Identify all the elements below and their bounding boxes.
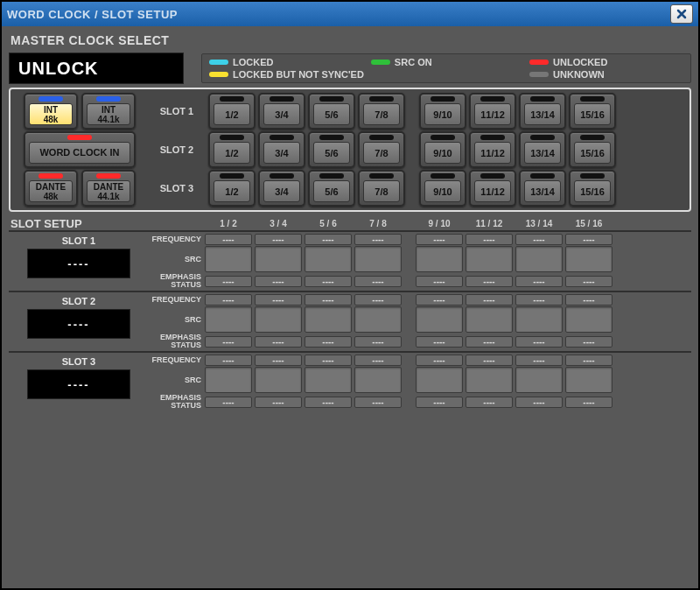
src-button[interactable] xyxy=(255,367,302,393)
swatch-unknown xyxy=(529,72,549,77)
value-cell: ---- xyxy=(205,294,252,306)
int-441k-button[interactable]: INT 44.1k xyxy=(81,93,136,130)
word-clock-window: WORD CLOCK / SLOT SETUP MASTER CLOCK SEL… xyxy=(0,0,700,590)
channel-button[interactable]: 5/6 xyxy=(308,131,355,168)
indicator-icon xyxy=(319,96,344,102)
close-button[interactable] xyxy=(670,4,693,24)
src-button[interactable] xyxy=(416,367,463,393)
channel-button[interactable]: 11/12 xyxy=(469,170,516,207)
src-button[interactable] xyxy=(304,367,352,393)
channel-button[interactable]: 15/16 xyxy=(569,131,616,168)
src-button[interactable] xyxy=(565,306,612,333)
src-button[interactable] xyxy=(515,367,563,393)
src-button[interactable] xyxy=(416,306,463,333)
channel-label: 11/12 xyxy=(474,103,511,125)
window-title: WORD CLOCK / SLOT SETUP xyxy=(7,8,178,21)
src-button[interactable] xyxy=(466,306,513,333)
slot-card-display[interactable]: ---- xyxy=(27,249,130,278)
channel-label: 11/12 xyxy=(474,180,511,202)
value-cell: ---- xyxy=(304,294,352,306)
channel-button[interactable]: 9/10 xyxy=(419,93,466,130)
indicator-icon xyxy=(480,173,505,179)
slot-2-channels: 1/23/45/67/89/1011/1213/1415/16 xyxy=(208,131,616,168)
channel-button[interactable]: 3/4 xyxy=(258,170,305,207)
src-button[interactable] xyxy=(565,367,612,393)
slot-name-label: SLOT 3 xyxy=(62,356,96,367)
clock-source-int: INT 48k INT 44.1k xyxy=(14,93,145,130)
value-cell: ---- xyxy=(354,355,402,366)
channel-button[interactable]: 1/2 xyxy=(208,93,256,130)
dante-441k-button[interactable]: DANTE 44.1k xyxy=(81,170,136,207)
slot-setup-title: SLOT SETUP xyxy=(9,217,149,230)
value-cell: ---- xyxy=(354,294,402,306)
channel-header: 5 / 6 xyxy=(304,219,352,228)
src-button[interactable] xyxy=(354,246,402,272)
value-cell: ---- xyxy=(565,234,612,245)
src-button[interactable] xyxy=(515,246,563,272)
channel-label: 3/4 xyxy=(263,142,300,164)
channel-button[interactable]: 5/6 xyxy=(308,93,355,130)
legend-unlocked: UNLOCKED xyxy=(529,57,683,67)
src-button[interactable] xyxy=(304,306,352,333)
indicator-icon xyxy=(319,173,344,179)
dante-48k-button[interactable]: DANTE 48k xyxy=(24,170,78,207)
channel-button[interactable]: 11/12 xyxy=(469,131,516,168)
channel-label: 7/8 xyxy=(363,103,400,125)
src-button[interactable] xyxy=(205,306,252,333)
channel-button[interactable]: 1/2 xyxy=(208,170,256,207)
channel-button[interactable]: 9/10 xyxy=(419,170,466,207)
channel-button[interactable]: 11/12 xyxy=(469,93,516,130)
channel-label: 5/6 xyxy=(313,103,350,125)
indicator-icon xyxy=(220,96,244,102)
param-row: EMPHASIS STATUS-------------------------… xyxy=(149,273,691,289)
src-button[interactable] xyxy=(205,367,252,393)
legend-src-on: SRC ON xyxy=(371,57,515,67)
value-cell: ---- xyxy=(515,234,563,245)
channel-button[interactable]: 7/8 xyxy=(358,93,405,130)
param-row: EMPHASIS STATUS-------------------------… xyxy=(149,334,691,349)
indicator-icon xyxy=(270,135,294,140)
channel-button[interactable]: 1/2 xyxy=(208,131,256,168)
legend-unlocked-label: UNLOCKED xyxy=(553,57,607,67)
param-cells: -------------------------------- xyxy=(205,234,612,245)
indicator-icon xyxy=(96,173,121,179)
channel-button[interactable]: 5/6 xyxy=(308,170,355,207)
param-label: FREQUENCY xyxy=(149,356,205,364)
src-button[interactable] xyxy=(304,246,352,272)
src-button[interactable] xyxy=(515,306,563,333)
value-cell: ---- xyxy=(515,294,563,306)
word-clock-in-button[interactable]: WORD CLOCK IN xyxy=(24,131,136,168)
value-cell: ---- xyxy=(515,336,563,348)
src-button[interactable] xyxy=(255,246,302,272)
src-button[interactable] xyxy=(205,246,252,272)
slot-card-display[interactable]: ---- xyxy=(27,309,130,339)
param-cells xyxy=(205,367,612,393)
channel-button[interactable]: 13/14 xyxy=(519,131,566,168)
channel-button[interactable]: 3/4 xyxy=(258,93,305,130)
slot-card-display[interactable]: ---- xyxy=(27,369,130,399)
src-button[interactable] xyxy=(565,246,612,272)
channel-button[interactable]: 7/8 xyxy=(358,170,405,207)
channel-label: 1/2 xyxy=(214,180,250,202)
indicator-icon xyxy=(270,96,294,102)
src-button[interactable] xyxy=(354,367,402,393)
channel-button[interactable]: 13/14 xyxy=(519,170,566,207)
value-cell: ---- xyxy=(466,234,513,245)
channel-label: 3/4 xyxy=(263,103,300,125)
channel-button[interactable]: 15/16 xyxy=(569,93,616,130)
src-button[interactable] xyxy=(466,246,513,272)
channel-button[interactable]: 7/8 xyxy=(358,131,405,168)
channel-button[interactable]: 3/4 xyxy=(258,131,305,168)
src-button[interactable] xyxy=(354,306,402,333)
src-button[interactable] xyxy=(255,306,302,333)
channel-button[interactable]: 13/14 xyxy=(519,93,566,130)
int-48k-button[interactable]: INT 48k xyxy=(24,93,78,130)
value-cell: ---- xyxy=(354,234,402,245)
channel-label: 13/14 xyxy=(524,180,561,202)
src-button[interactable] xyxy=(416,246,463,272)
channel-button[interactable]: 15/16 xyxy=(569,170,616,207)
src-button[interactable] xyxy=(466,367,513,393)
channel-button[interactable]: 9/10 xyxy=(419,131,466,168)
indicator-icon xyxy=(369,96,394,102)
legend-locked-not-synced-label: LOCKED BUT NOT SYNC'ED xyxy=(233,69,364,80)
